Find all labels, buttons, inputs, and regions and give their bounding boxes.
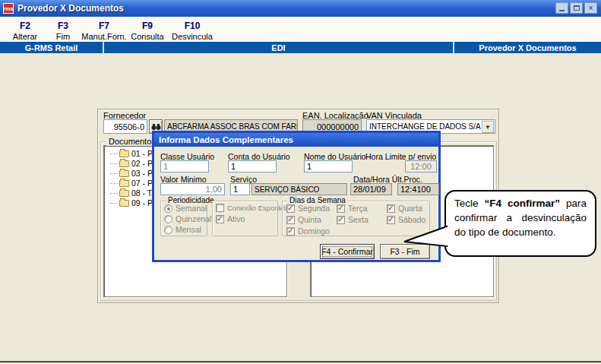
folder-icon: [119, 160, 129, 167]
radio-label: Mensal: [176, 225, 201, 234]
checkbox-label: Segunda: [298, 204, 330, 213]
nome-input[interactable]: 1: [304, 160, 353, 173]
conta-input[interactable]: 1: [228, 160, 277, 173]
hora-limite-value: 12:00: [410, 162, 432, 171]
header-right-label: Provedor X Documentos: [454, 42, 601, 53]
window-title: Provedor X Documentos: [17, 3, 124, 14]
servico-code-input[interactable]: 1: [230, 183, 250, 195]
ean-value: 000000000: [317, 122, 359, 131]
tree-item[interactable]: 07 - PE: [107, 179, 159, 188]
checkbox-icon: [387, 204, 395, 213]
dialog-title-bar[interactable]: Informa Dados Complementares: [154, 133, 438, 147]
checkbox-terca[interactable]: Terça: [337, 204, 368, 213]
radio-icon: [164, 204, 172, 213]
checkbox-label: Quarta: [398, 204, 422, 213]
checkbox-icon: [387, 216, 395, 224]
servico-desc-value: SERVIÇO BÁSICO: [255, 185, 319, 194]
close-icon: ×: [589, 5, 593, 12]
toolbar-item-fim[interactable]: F3 Fim: [49, 21, 77, 41]
fornecedor-code-value: 95506-0: [114, 122, 144, 131]
minimize-button[interactable]: [555, 2, 568, 14]
app-icon: rms: [3, 3, 14, 14]
fornecedor-code-input[interactable]: 95506-0: [103, 119, 147, 134]
fkey-label: F2: [8, 21, 43, 31]
checkbox-label: Terça: [348, 204, 368, 213]
nome-value: 1: [307, 162, 312, 171]
folder-icon: [119, 200, 129, 207]
close-button[interactable]: ×: [584, 2, 597, 14]
toolbar-item-desvincula[interactable]: F10 Desvincula: [169, 21, 216, 41]
radio-label: Semanal: [176, 204, 207, 213]
hora-limite-input[interactable]: 12:00: [405, 160, 437, 173]
folder-icon: [119, 180, 129, 187]
checkbox-quinta[interactable]: Quinta: [286, 215, 321, 224]
checkbox-quarta[interactable]: Quarta: [387, 204, 422, 213]
checkbox-segunda[interactable]: Segunda: [286, 204, 330, 213]
checkbox-domingo[interactable]: Domingo: [286, 226, 330, 236]
callout-text: Tecle: [454, 198, 485, 209]
informa-dados-dialog: Informa Dados Complementares Classe Usuá…: [152, 131, 441, 262]
van-value: INTERCHANGE DE DADOS S/A: [369, 122, 481, 131]
classe-value: 1: [163, 162, 168, 171]
servico-desc-field: SERVIÇO BÁSICO: [251, 183, 347, 195]
checkbox-label: Quinta: [298, 215, 321, 224]
checkbox-ativo[interactable]: Ativo: [216, 214, 245, 223]
maximize-button[interactable]: [570, 2, 583, 14]
tree-connector: [110, 203, 118, 204]
radio-semanal[interactable]: Semanal: [164, 204, 207, 213]
radio-icon: [164, 226, 172, 234]
chevron-down-icon[interactable]: ▼: [482, 121, 494, 133]
classe-input[interactable]: 1: [160, 160, 209, 173]
binoculars-icon: [151, 123, 161, 131]
fkey-label: F10: [169, 21, 216, 31]
valor-minimo-value: 1,00: [206, 185, 222, 194]
folder-icon: [119, 150, 129, 157]
toolbar-item-label: Manut.Forn.: [81, 32, 128, 41]
hora-proc-value: 12:4100: [400, 185, 431, 194]
toolbar-item-consulta[interactable]: F9 Consulta: [128, 21, 167, 41]
title-bar: rms Provedor X Documentos ×: [0, 0, 601, 17]
tree-connector: [110, 183, 118, 184]
checkbox-icon: [286, 204, 295, 213]
tree-connector: [110, 193, 118, 194]
toolbar-item-manut-forn[interactable]: F7 Manut.Forn.: [81, 21, 128, 41]
checkbox-icon: [216, 204, 224, 212]
dialog-title: Informa Dados Complementares: [159, 135, 293, 144]
toolbar-item-label: Desvincula: [169, 32, 216, 41]
radio-mensal[interactable]: Mensal: [164, 225, 201, 234]
minimize-icon: [559, 10, 565, 11]
header-center-label: EDI: [104, 42, 453, 53]
tree-connector: [110, 154, 118, 154]
tree-item[interactable]: 08 - TA: [107, 188, 159, 198]
checkbox-label: Domingo: [298, 226, 330, 236]
fornecedor-name-value: ABCFARMA ASSOC BRAS COM FARM: [167, 122, 298, 131]
documentos-tree: 01 - PA 02 - PC 03 - PE 07 - PE 08 - TA …: [107, 149, 159, 208]
fkey-label: F9: [128, 21, 167, 31]
checkbox-icon: [337, 216, 345, 224]
radio-label: Quinzenal: [176, 214, 211, 223]
tree-item[interactable]: 02 - PC: [107, 159, 159, 168]
instruction-callout: Tecle “F4 confirmar” para confirmar a de…: [444, 190, 596, 257]
checkbox-sexta[interactable]: Sexta: [337, 215, 369, 224]
toolbar-item-label: Consulta: [128, 32, 167, 41]
page-bottom-rule: [0, 361, 601, 362]
valor-minimo-input[interactable]: 1,00: [160, 183, 225, 195]
maximize-icon: [574, 5, 580, 11]
toolbar-item-alterar[interactable]: F2 Alterar: [8, 21, 43, 41]
application-window: rms Provedor X Documentos × F2 Alterar F…: [0, 0, 601, 364]
toolbar-item-label: Alterar: [8, 32, 43, 41]
radio-icon: [164, 215, 172, 223]
radio-quinzenal[interactable]: Quinzenal: [164, 214, 211, 223]
checkbox-icon: [216, 215, 224, 223]
hora-proc-field: 12:4100: [397, 183, 439, 195]
tree-item[interactable]: 09 - PR: [107, 198, 159, 207]
fkey-label: F3: [49, 21, 77, 31]
servico-code-value: 1: [233, 185, 238, 194]
folder-icon: [119, 170, 129, 177]
tree-item[interactable]: 03 - PE: [107, 169, 159, 178]
checkbox-icon: [337, 204, 345, 213]
tree-item[interactable]: 01 - PA: [107, 149, 159, 158]
f4-confirmar-button[interactable]: F4 - Confirmar: [320, 244, 375, 259]
toolbar-item-label: Fim: [49, 32, 77, 41]
callout-bold-text: “F4 confirmar”: [485, 198, 561, 209]
